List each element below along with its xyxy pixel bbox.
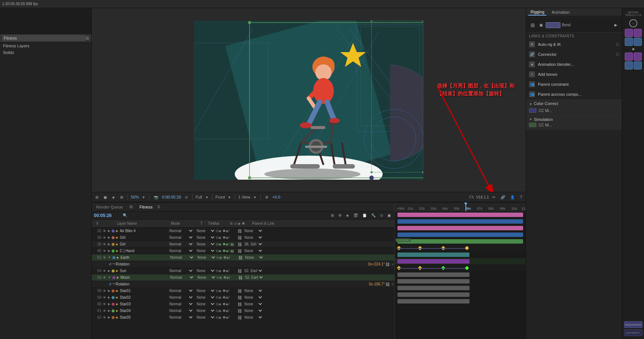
mode-select[interactable]: Normal	[169, 275, 194, 280]
timeline-btn-8[interactable]: ▣	[386, 213, 392, 218]
render-queue-tab[interactable]: Render Queue	[94, 204, 125, 210]
mode-select[interactable]: Normal	[168, 315, 194, 320]
timeline-btn-4[interactable]: 🎬	[352, 213, 359, 218]
parent-select[interactable]: None	[243, 288, 263, 293]
menu-item-autorig[interactable]: ⚙ Auto-rig & IK O	[526, 40, 622, 50]
motion-blue-btn-2[interactable]	[634, 38, 642, 46]
mode-select[interactable]: Normal	[168, 242, 194, 247]
color-swatch-1[interactable]	[546, 22, 560, 28]
collapse-icon[interactable]: ▼	[108, 256, 111, 259]
color-correct-item[interactable]: CC Mi...	[529, 107, 619, 114]
trkmat-select[interactable]: None	[195, 268, 216, 273]
expand-icon[interactable]: ▶	[108, 243, 110, 246]
simulation-item[interactable]: CC Mi...	[529, 122, 619, 128]
motion-purple-btn-3[interactable]	[625, 52, 633, 61]
expand-icon[interactable]: ▶	[108, 289, 110, 292]
toolbar-pencil-btn[interactable]: ✏	[491, 194, 497, 200]
trkmat-select[interactable]: None	[196, 275, 216, 280]
parent-select[interactable]: None	[243, 235, 263, 240]
project-item-solids[interactable]: Solids	[0, 49, 91, 56]
layer-row[interactable]: 35 👁 ▶ ★ Girl Normal None ⊙◈ ✱◈/ ⛓ None	[92, 234, 394, 241]
search-btn[interactable]: 🔍	[121, 213, 129, 218]
trkmat-select[interactable]: None	[195, 242, 216, 247]
tab-rigging[interactable]: Rigging	[528, 9, 546, 16]
toolbar-monitor-btn[interactable]: ▣	[102, 194, 108, 200]
mode-select[interactable]: Normal	[168, 288, 194, 293]
toolbar-snap-btn[interactable]: ⊙	[183, 194, 189, 200]
eye-icon[interactable]: 👁	[103, 236, 108, 240]
mode-select[interactable]: Normal	[168, 228, 194, 233]
toolbar-mask-btn[interactable]: ◈	[111, 194, 116, 200]
moon-layer-row[interactable]: 56 👁 ▼ ★ Moon Normal None ⊙◈ ✱◈/ ⛓ 52. E…	[92, 274, 394, 281]
extract-btn[interactable]: EXTRACT	[624, 329, 643, 336]
parent-select[interactable]: 52. Earth	[243, 268, 263, 273]
project-name-input[interactable]	[2, 35, 85, 41]
toolbar-camera-btn[interactable]: 📷	[152, 194, 160, 200]
expand-icon[interactable]: ▶	[108, 309, 110, 312]
eye-icon[interactable]: 👁	[103, 269, 108, 273]
eye-icon[interactable]: 👁	[103, 289, 108, 293]
timeline-btn-7[interactable]: ⊙	[379, 213, 384, 218]
right-ctrl-btn1[interactable]: ⊞	[529, 21, 536, 29]
project-item-fitness-layers[interactable]: Fitness Layers	[0, 43, 91, 49]
menu-item-parent-across[interactable]: 👥 Parent accross comps...	[526, 89, 622, 99]
trkmat-select[interactable]: None	[195, 248, 216, 253]
layer-row[interactable]: 36 👁 ▶ ★ Girl Normal None ⊙◈ ✱◈/fx ⛓ 36.…	[92, 241, 394, 248]
sequence-btn[interactable]: SEQUENCE	[624, 321, 643, 328]
mode-select[interactable]: Normal	[168, 295, 194, 300]
tab-animation[interactable]: Animation	[549, 9, 572, 15]
parent-select[interactable]: None	[243, 315, 263, 320]
trkmat-select[interactable]: None	[196, 255, 216, 260]
mode-select[interactable]: Normal	[169, 255, 194, 260]
motion-purple-btn-2[interactable]	[634, 29, 642, 37]
playhead[interactable]	[465, 203, 466, 211]
eye-icon[interactable]: 👁	[103, 296, 108, 299]
expand-icon[interactable]: ▶	[108, 316, 110, 319]
layer-row[interactable]: 61 👁 ▶ ★ Star04 Normal None ⊙◈ ✱◈/ ⛓ Non…	[92, 308, 394, 314]
parent-select[interactable]: 36. Girl	[243, 242, 263, 247]
parent-select[interactable]: None	[243, 248, 263, 253]
layer-row[interactable]: 62 👁 ▶ ★ Star05 Normal None ⊙◈ ✱◈/ ⛓ Non…	[92, 314, 394, 321]
mode-select[interactable]: Normal	[168, 308, 194, 313]
parent-select[interactable]: None	[243, 308, 263, 313]
layer-row[interactable]: 60 👁 ▶ ★ Star03 Normal None ⊙◈ ✱◈/ ⛓ Non…	[92, 301, 394, 308]
toolbar-grid-btn[interactable]: ⊞	[119, 194, 125, 200]
right-ctrl-btn2[interactable]: ▣	[538, 22, 544, 28]
motion-blue-btn-4[interactable]	[634, 61, 642, 70]
motion-blue-btn-1[interactable]	[625, 38, 633, 46]
timeline-btn-3[interactable]: ◈	[345, 213, 350, 218]
layer-row[interactable]: 59 👁 ▶ ★ Star02 Normal None ⊙◈ ✱◈/ ⛓ Non…	[92, 294, 394, 301]
mode-select[interactable]: Normal	[168, 268, 194, 273]
motion-purple-btn-1[interactable]	[625, 29, 633, 37]
mode-select[interactable]: Normal	[168, 248, 194, 253]
layer-row[interactable]: 52 👁 ▼ ★ Earth Normal None ⊙◈ ✱◈/ ⛓ None	[92, 254, 394, 261]
keyframe-4[interactable]	[465, 246, 469, 250]
right-expand-btn[interactable]: ▶	[613, 22, 619, 28]
timeline-btn-2[interactable]: ⚙	[337, 213, 343, 218]
expand-icon[interactable]: ▶	[108, 236, 110, 239]
eye-icon[interactable]: 👁	[103, 249, 108, 253]
comp-tab[interactable]: ⊞	[127, 204, 135, 210]
rotation-row[interactable]: ↺ 〜 Rotation 0x+224.1° ⛓ ○	[92, 261, 394, 268]
layer-row[interactable]: 54 👁 ▶ ★ Sun Normal None ⊙◈ ✱◈/ ⛓ 52. Ea…	[92, 268, 394, 274]
timeline-btn-6[interactable]: 🔧	[370, 213, 377, 218]
eye-icon[interactable]: 👁	[103, 309, 108, 313]
toolbar-render-btn[interactable]: ⊞	[94, 194, 100, 200]
toolbar-person-btn[interactable]: 👤	[509, 194, 516, 200]
eye-icon[interactable]: 👁	[103, 243, 108, 246]
eye-icon[interactable]: 👁	[103, 276, 108, 279]
motion-purple-btn-4[interactable]	[634, 52, 642, 61]
eye-icon[interactable]: 👁	[103, 302, 108, 306]
toolbar-settings-btn[interactable]: ⚙	[264, 194, 270, 200]
quality-dropdown-btn[interactable]: ▾	[204, 194, 209, 200]
expand-icon[interactable]: ▶	[108, 229, 110, 233]
eye-icon[interactable]: 👁	[103, 316, 108, 319]
trkmat-select[interactable]: None	[195, 315, 216, 320]
expand-icon[interactable]: ▶	[108, 249, 110, 252]
trkmat-select[interactable]: None	[195, 288, 216, 293]
menu-item-parent-constraint[interactable]: 👥 Parent constraint	[526, 79, 622, 89]
view-dropdown-btn[interactable]: ▾	[227, 194, 232, 200]
eye-icon[interactable]: 👁	[103, 256, 108, 260]
parent-select[interactable]: None	[243, 228, 263, 233]
moon-rotation-row[interactable]: ↺ 〜 Rotation 0x-106.7° ⛓ ○	[92, 281, 394, 288]
